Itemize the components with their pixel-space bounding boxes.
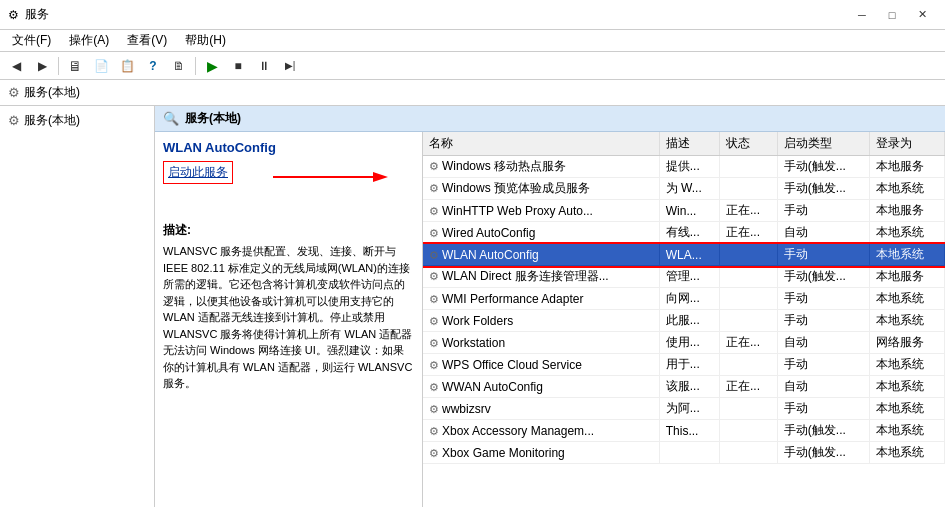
sidebar-item-local-services[interactable]: ⚙ 服务(本地): [4, 110, 150, 131]
service-table: 名称 描述 状态 启动类型 登录为 ⚙Windows 移动热点服务提供...手动…: [423, 132, 945, 507]
table-row[interactable]: ⚙WPS Office Cloud Service用于...手动本地系统: [423, 354, 945, 376]
table-row[interactable]: ⚙wwbizsrv为阿...手动本地系统: [423, 398, 945, 420]
table-row[interactable]: ⚙Work Folders此服...手动本地系统: [423, 310, 945, 332]
service-desc-cell: Win...: [659, 200, 719, 222]
service-startup-cell: 手动: [777, 310, 869, 332]
app-icon: ⚙: [8, 8, 19, 22]
service-status-cell: [720, 266, 778, 288]
table-row[interactable]: ⚙WWAN AutoConfig该服...正在...自动本地系统: [423, 376, 945, 398]
table-row[interactable]: ⚙WMI Performance Adapter向网...手动本地系统: [423, 288, 945, 310]
play-button[interactable]: ▶: [200, 55, 224, 77]
service-startup-cell: 手动(触发...: [777, 420, 869, 442]
service-desc-cell: 管理...: [659, 266, 719, 288]
service-login-cell: 网络服务: [869, 332, 944, 354]
col-header-status[interactable]: 状态: [720, 132, 778, 156]
table-row[interactable]: ⚙Workstation使用...正在...自动网络服务: [423, 332, 945, 354]
service-startup-cell: 手动(触发...: [777, 442, 869, 464]
back-button[interactable]: ◀: [4, 55, 28, 77]
service-login-cell: 本地系统: [869, 222, 944, 244]
close-button[interactable]: ✕: [907, 5, 937, 25]
col-header-desc[interactable]: 描述: [659, 132, 719, 156]
export-button[interactable]: 🗎: [167, 55, 191, 77]
service-login-cell: 本地服务: [869, 266, 944, 288]
service-status-cell: [720, 178, 778, 200]
service-status-cell: 正在...: [720, 376, 778, 398]
title-bar-left: ⚙ 服务: [8, 6, 49, 23]
col-header-login[interactable]: 登录为: [869, 132, 944, 156]
service-desc-cell: 该服...: [659, 376, 719, 398]
menu-file[interactable]: 文件(F): [4, 30, 59, 51]
title-bar: ⚙ 服务 ─ □ ✕: [0, 0, 945, 30]
arrow-annotation: [273, 167, 393, 187]
service-title: WLAN AutoConfig: [163, 140, 414, 155]
table-header-row: 名称 描述 状态 启动类型 登录为: [423, 132, 945, 156]
service-name-cell: ⚙Windows 预览体验成员服务: [423, 178, 659, 200]
new-button[interactable]: 📋: [115, 55, 139, 77]
service-icon: ⚙: [429, 160, 439, 172]
service-name-cell: ⚙WMI Performance Adapter: [423, 288, 659, 310]
service-name-cell: ⚙Workstation: [423, 332, 659, 354]
table-row[interactable]: ⚙WLAN Direct 服务连接管理器...管理...手动(触发...本地服务: [423, 266, 945, 288]
service-startup-cell: 手动(触发...: [777, 266, 869, 288]
table-row[interactable]: ⚙Xbox Game Monitoring手动(触发...本地系统: [423, 442, 945, 464]
service-login-cell: 本地服务: [869, 200, 944, 222]
help-button[interactable]: ?: [141, 55, 165, 77]
service-icon: ⚙: [429, 359, 439, 371]
service-desc-cell: 此服...: [659, 310, 719, 332]
toolbar-sep-2: [195, 57, 196, 75]
menu-action[interactable]: 操作(A): [61, 30, 117, 51]
service-name-cell: ⚙Wired AutoConfig: [423, 222, 659, 244]
start-service-link[interactable]: 启动此服务: [163, 161, 233, 184]
service-login-cell: 本地系统: [869, 354, 944, 376]
table-row[interactable]: ⚙Xbox Accessory Managem...This...手动(触发..…: [423, 420, 945, 442]
col-header-name[interactable]: 名称: [423, 132, 659, 156]
service-login-cell: 本地服务: [869, 156, 944, 178]
service-login-cell: 本地系统: [869, 376, 944, 398]
service-icon: ⚙: [429, 270, 439, 282]
service-icon: ⚙: [429, 249, 439, 261]
sidebar-item-icon: ⚙: [8, 113, 20, 128]
copy-button[interactable]: 📄: [89, 55, 113, 77]
service-icon: ⚙: [429, 227, 439, 239]
forward-button[interactable]: ▶: [30, 55, 54, 77]
service-desc-cell: WLA...: [659, 244, 719, 266]
service-status-cell: [720, 420, 778, 442]
service-desc-cell: 提供...: [659, 156, 719, 178]
service-status-cell: 正在...: [720, 332, 778, 354]
content-header-icon: 🔍: [163, 111, 179, 126]
menu-help[interactable]: 帮助(H): [177, 30, 234, 51]
scope-button[interactable]: 🖥: [63, 55, 87, 77]
resume-button[interactable]: ▶|: [278, 55, 302, 77]
maximize-button[interactable]: □: [877, 5, 907, 25]
service-name-cell: ⚙Xbox Accessory Managem...: [423, 420, 659, 442]
col-header-startup[interactable]: 启动类型: [777, 132, 869, 156]
service-status-cell: [720, 156, 778, 178]
service-login-cell: 本地系统: [869, 244, 944, 266]
table-row[interactable]: ⚙WinHTTP Web Proxy Auto...Win...正在...手动本…: [423, 200, 945, 222]
pause-button[interactable]: ⏸: [252, 55, 276, 77]
service-startup-cell: 手动: [777, 244, 869, 266]
service-status-cell: 正在...: [720, 200, 778, 222]
table-row[interactable]: ⚙Windows 预览体验成员服务为 W...手动(触发...本地系统: [423, 178, 945, 200]
table-row[interactable]: ⚙WLAN AutoConfigWLA...手动本地系统: [423, 244, 945, 266]
minimize-button[interactable]: ─: [847, 5, 877, 25]
service-login-cell: 本地系统: [869, 398, 944, 420]
service-status-cell: 正在...: [720, 222, 778, 244]
service-desc-cell: 向网...: [659, 288, 719, 310]
service-icon: ⚙: [429, 425, 439, 437]
table-row[interactable]: ⚙Wired AutoConfig有线...正在...自动本地系统: [423, 222, 945, 244]
service-status-cell: [720, 354, 778, 376]
title-bar-controls[interactable]: ─ □ ✕: [847, 5, 937, 25]
menu-bar: 文件(F) 操作(A) 查看(V) 帮助(H): [0, 30, 945, 52]
stop-button[interactable]: ■: [226, 55, 250, 77]
service-icon: ⚙: [429, 315, 439, 327]
service-desc-cell: 使用...: [659, 332, 719, 354]
table-row[interactable]: ⚙Windows 移动热点服务提供...手动(触发...本地服务: [423, 156, 945, 178]
toolbar-sep-1: [58, 57, 59, 75]
desc-text: WLANSVC 服务提供配置、发现、连接、断开与 IEEE 802.11 标准定…: [163, 243, 414, 392]
service-icon: ⚙: [429, 403, 439, 415]
content-header-title: 服务(本地): [185, 110, 241, 127]
service-status-cell: [720, 288, 778, 310]
menu-view[interactable]: 查看(V): [119, 30, 175, 51]
service-desc-cell: 为阿...: [659, 398, 719, 420]
